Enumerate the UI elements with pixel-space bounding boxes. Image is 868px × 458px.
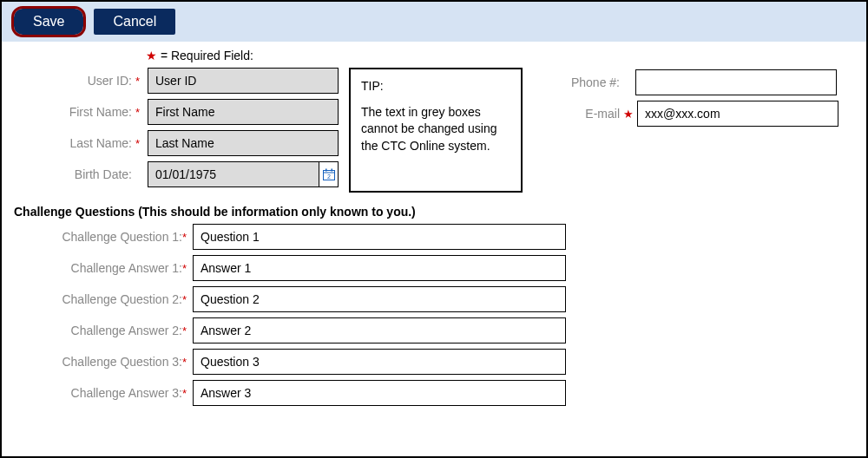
phone-label: Phone #:	[568, 75, 623, 89]
required-star: *	[182, 231, 193, 244]
required-star: *	[182, 387, 193, 400]
challenge-a3-label: Challenge Answer 3:	[14, 386, 182, 400]
challenge-q3-field[interactable]	[193, 349, 566, 375]
required-star: ★	[623, 108, 635, 121]
challenge-a2-field[interactable]	[193, 317, 566, 344]
calendar-icon[interactable]: 2	[319, 161, 339, 187]
cancel-button[interactable]: Cancel	[94, 9, 175, 35]
challenge-q2-label: Challenge Question 2:	[14, 292, 182, 306]
firstname-label: First Name:	[14, 105, 135, 119]
email-label: E-mail	[568, 107, 623, 121]
phone-field[interactable]	[635, 69, 837, 95]
required-star: *	[182, 262, 193, 275]
svg-rect-2	[326, 169, 327, 172]
userid-field	[148, 68, 339, 94]
required-star: ★	[146, 49, 157, 62]
left-column: User ID: * First Name: * Last Name: * Bi…	[14, 68, 339, 193]
required-star: *	[135, 106, 148, 119]
required-star: *	[182, 293, 193, 306]
required-star: *	[135, 75, 148, 88]
challenge-q1-label: Challenge Question 1:	[14, 230, 182, 244]
challenge-a1-label: Challenge Answer 1:	[14, 261, 182, 275]
email-field[interactable]	[637, 101, 838, 127]
save-button[interactable]: Save	[14, 9, 83, 35]
required-star: *	[182, 324, 193, 337]
svg-rect-3	[331, 169, 332, 172]
lastname-label: Last Name:	[14, 136, 135, 150]
tip-heading: TIP:	[361, 78, 510, 95]
firstname-field	[148, 99, 339, 125]
birthdate-field	[148, 161, 319, 187]
svg-text:2: 2	[327, 173, 331, 180]
challenge-a1-field[interactable]	[193, 255, 566, 281]
challenge-q1-field[interactable]	[193, 224, 566, 250]
required-note-text: = Required Field:	[157, 49, 253, 62]
challenge-q2-field[interactable]	[193, 286, 566, 312]
right-column: Phone #: E-mail ★	[568, 69, 838, 193]
content-area: ★ = Required Field: User ID: * First Nam…	[2, 42, 866, 423]
challenge-a2-label: Challenge Answer 2:	[14, 324, 182, 337]
challenge-heading: Challenge Questions (This should be info…	[14, 205, 854, 219]
required-star: *	[182, 356, 193, 369]
challenge-a3-field[interactable]	[193, 380, 566, 406]
userid-label: User ID:	[14, 74, 135, 88]
toolbar: Save Cancel	[2, 2, 866, 42]
required-star: *	[135, 137, 148, 150]
tip-box: TIP: The text in grey boxes cannot be ch…	[349, 68, 523, 193]
birthdate-label: Birth Date:	[14, 167, 135, 181]
tip-body: The text in grey boxes cannot be changed…	[361, 104, 510, 155]
challenge-q3-label: Challenge Question 3:	[14, 355, 182, 369]
required-note: ★ = Required Field:	[146, 49, 854, 62]
lastname-field	[148, 130, 339, 156]
